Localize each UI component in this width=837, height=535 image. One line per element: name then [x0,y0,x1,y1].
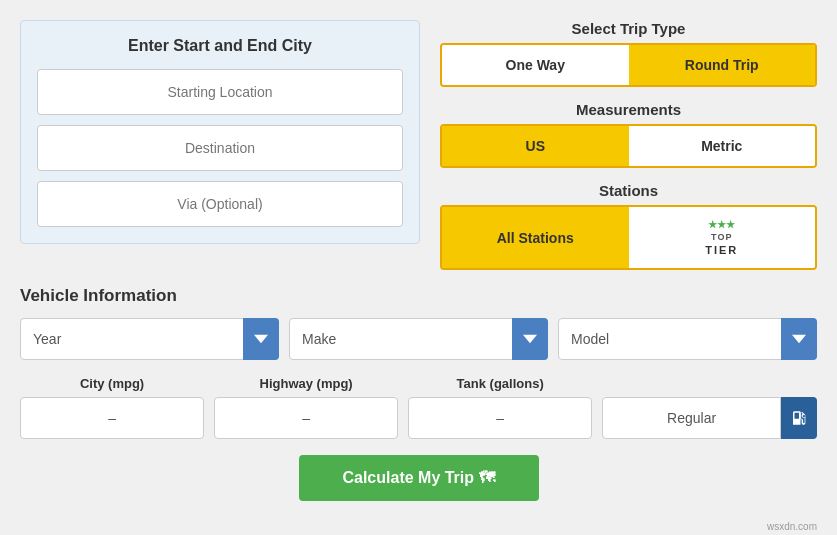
fuel-icon-button[interactable] [781,397,817,439]
top-tier-logo: ★★★ TOP TIER [637,219,808,256]
model-dropdown-arrow[interactable] [781,318,817,360]
vehicle-section: Vehicle Information Year Make [20,286,817,439]
make-dropdown-wrap: Make [289,318,548,360]
chevron-down-icon [254,332,268,346]
round-trip-button[interactable]: Round Trip [629,45,816,85]
highway-mpg-group: Highway (mpg) [214,376,398,439]
dropdowns-row: Year Make Model [20,318,817,360]
tank-gallons-input[interactable] [408,397,592,439]
vehicle-title: Vehicle Information [20,286,817,306]
calculate-button[interactable]: Calculate My Trip 🗺 [299,455,539,501]
stations-section: Stations All Stations ★★★ TOP TIER [440,182,817,270]
model-select[interactable]: Model [558,318,817,360]
one-way-button[interactable]: One Way [442,45,629,85]
trip-type-title: Select Trip Type [440,20,817,37]
model-dropdown-wrap: Model [558,318,817,360]
all-stations-button[interactable]: All Stations [442,207,629,268]
mpg-row: City (mpg) Highway (mpg) Tank (gallons) [20,376,817,439]
measurements-section: Measurements US Metric [440,101,817,168]
tank-gallons-group: Tank (gallons) [408,376,592,439]
make-dropdown-arrow[interactable] [512,318,548,360]
year-dropdown-arrow[interactable] [243,318,279,360]
top-tier-button[interactable]: ★★★ TOP TIER [629,207,816,268]
left-panel-title: Enter Start and End City [37,37,403,55]
via-input[interactable] [37,181,403,227]
highway-mpg-input[interactable] [214,397,398,439]
fuel-wrap [602,397,817,439]
watermark: wsxdn.com [20,521,817,532]
trip-type-toggle-group: One Way Round Trip [440,43,817,87]
destination-input[interactable] [37,125,403,171]
fuel-pump-icon [790,409,808,427]
tank-gallons-label: Tank (gallons) [408,376,592,391]
fuel-type-group [602,376,817,439]
right-panel: Select Trip Type One Way Round Trip Meas… [440,20,817,270]
left-panel: Enter Start and End City [20,20,420,244]
year-select[interactable]: Year [20,318,279,360]
measurements-title: Measurements [440,101,817,118]
city-mpg-label: City (mpg) [20,376,204,391]
highway-mpg-label: Highway (mpg) [214,376,398,391]
city-mpg-group: City (mpg) [20,376,204,439]
city-mpg-input[interactable] [20,397,204,439]
chevron-down-icon [792,332,806,346]
top-section: Enter Start and End City Select Trip Typ… [20,20,817,270]
app-container: Enter Start and End City Select Trip Typ… [10,10,827,535]
make-select[interactable]: Make [289,318,548,360]
us-button[interactable]: US [442,126,629,166]
stations-title: Stations [440,182,817,199]
fuel-type-label [602,376,817,391]
chevron-down-icon [523,332,537,346]
top-tier-tier-text: TIER [705,244,738,256]
top-tier-stars: ★★★ [708,219,735,230]
fuel-type-input[interactable] [602,397,781,439]
stations-toggle-group: All Stations ★★★ TOP TIER [440,205,817,270]
top-tier-top-text: TOP [711,232,732,242]
starting-location-input[interactable] [37,69,403,115]
metric-button[interactable]: Metric [629,126,816,166]
year-dropdown-wrap: Year [20,318,279,360]
measurements-toggle-group: US Metric [440,124,817,168]
trip-type-section: Select Trip Type One Way Round Trip [440,20,817,87]
